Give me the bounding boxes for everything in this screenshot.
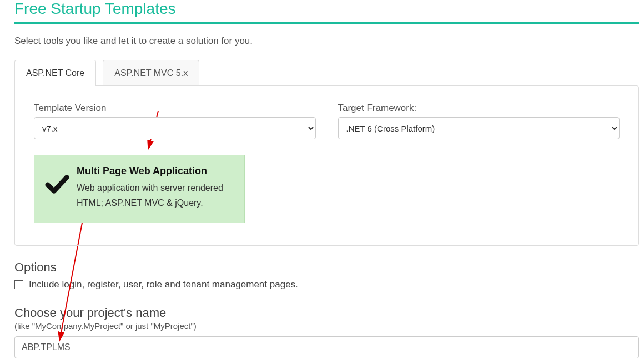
template-card-text: Multi Page Web Application Web applicati… (77, 165, 232, 210)
include-login-label: Include login, register, user, role and … (29, 279, 298, 290)
target-framework-select[interactable]: .NET 6 (Cross Platform) (338, 117, 620, 139)
checkbox-icon (14, 280, 23, 289)
options-section: Options Include login, register, user, r… (14, 260, 639, 290)
target-framework-group: Target Framework: .NET 6 (Cross Platform… (338, 103, 620, 139)
project-name-hint: (like "MyCompany.MyProject" or just "MyP… (14, 321, 639, 331)
page-subtitle: Select tools you like and let it to crea… (14, 36, 639, 47)
tab-content: Template Version v7.x Target Framework: … (14, 85, 639, 246)
template-card-description: Web application with server rendered HTM… (77, 180, 232, 210)
options-heading: Options (14, 260, 639, 275)
tabs: ASP.NET Core ASP.NET MVC 5.x (14, 60, 639, 86)
title-underline (14, 22, 639, 24)
template-card-title: Multi Page Web Application (77, 165, 232, 177)
template-card-multipage[interactable]: Multi Page Web Application Web applicati… (34, 155, 245, 223)
project-name-heading: Choose your project's name (14, 306, 639, 320)
project-name-input[interactable] (14, 336, 639, 358)
tab-aspnet-core[interactable]: ASP.NET Core (14, 60, 96, 86)
include-login-checkbox-row[interactable]: Include login, register, user, role and … (14, 279, 639, 290)
target-framework-label: Target Framework: (338, 103, 620, 114)
project-name-section: Choose your project's name (like "MyComp… (14, 306, 639, 358)
page-title: Free Startup Templates (14, 0, 639, 18)
template-version-select[interactable]: v7.x (34, 117, 316, 139)
tab-aspnet-mvc5[interactable]: ASP.NET MVC 5.x (103, 60, 199, 86)
template-version-label: Template Version (34, 103, 316, 114)
check-icon (44, 171, 70, 196)
template-version-group: Template Version v7.x (34, 103, 316, 139)
